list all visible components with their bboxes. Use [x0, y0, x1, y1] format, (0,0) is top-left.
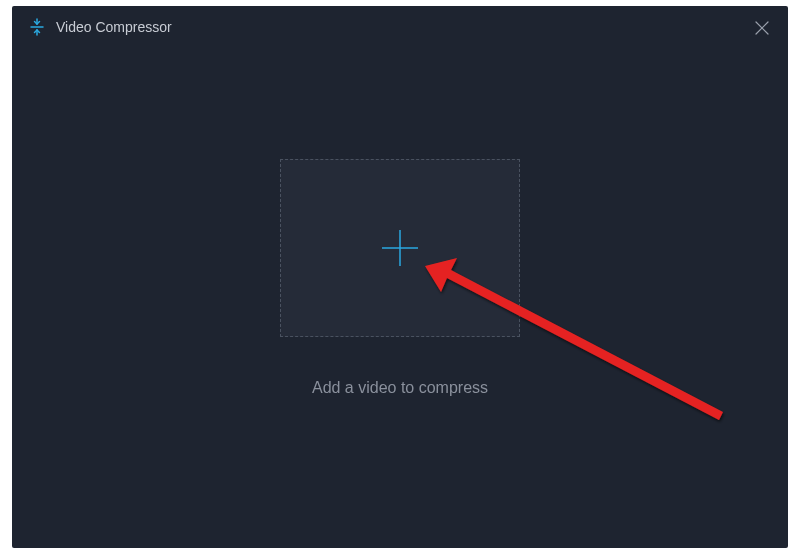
main-content: Add a video to compress [12, 48, 788, 548]
plus-icon [378, 226, 422, 270]
close-icon [754, 20, 770, 36]
add-video-dropzone[interactable] [280, 159, 520, 337]
app-title: Video Compressor [56, 19, 172, 35]
instruction-text: Add a video to compress [312, 379, 488, 397]
compress-icon [28, 18, 46, 36]
title-bar: Video Compressor [12, 6, 788, 48]
close-button[interactable] [750, 16, 774, 40]
app-window: Video Compressor Add a video to com [12, 6, 788, 548]
